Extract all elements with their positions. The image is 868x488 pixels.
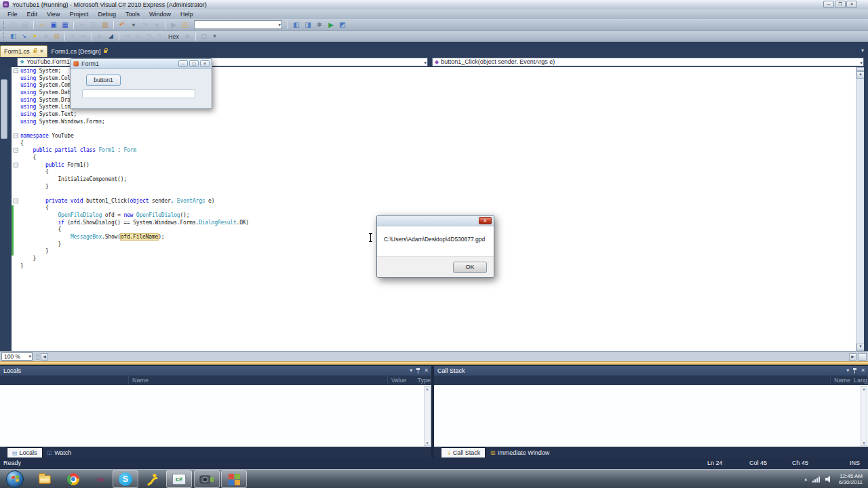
cut-icon[interactable]: ✂: [77, 20, 87, 30]
chevron-down-icon[interactable]: ▾: [278, 21, 281, 28]
pin-icon[interactable]: [852, 368, 857, 373]
locals-scrollbar[interactable]: ▲▼: [424, 386, 431, 446]
menu-item[interactable]: Tools: [121, 9, 144, 19]
find-in-files-icon[interactable]: ◰: [180, 20, 191, 30]
member-list-icon[interactable]: A: [41, 32, 51, 41]
chevron-down-icon[interactable]: ▾: [424, 59, 427, 66]
extension-manager-icon[interactable]: ◩: [337, 20, 348, 30]
minimize-button[interactable]: ─: [823, 1, 834, 8]
messagebox-dialog[interactable]: ✕ C:\Users\Adam\Desktop\4D530877.gpd OK: [376, 215, 494, 278]
scrollbar-thumb[interactable]: [1, 79, 7, 139]
show-next-statement-icon[interactable]: ⇒: [122, 32, 132, 41]
go-to-definition-icon[interactable]: ↘: [19, 32, 29, 41]
form-close-button[interactable]: ✕: [200, 60, 210, 67]
window-select-icon[interactable]: ▢: [199, 32, 209, 41]
callstack-panel-titlebar[interactable]: Call Stack ▾ ✕: [434, 366, 868, 375]
code-line[interactable]: if (ofd.ShowDialog() == System.Windows.F…: [20, 220, 249, 227]
locals-body[interactable]: [0, 385, 431, 447]
code-line[interactable]: {: [20, 205, 249, 212]
new-window-icon[interactable]: ▢: [8, 20, 19, 30]
editor-horizontal-scrollbar[interactable]: 100 % ▾ ◀ ▶: [0, 351, 868, 361]
redo-dropdown-icon[interactable]: ▾: [151, 20, 162, 30]
toolbar-grip[interactable]: [3, 33, 6, 41]
code-line[interactable]: public partial class Form1 : Form: [20, 147, 249, 155]
toolbar-search-combobox[interactable]: ▾: [194, 20, 282, 29]
code-line[interactable]: {: [20, 140, 249, 148]
panel-splitter[interactable]: [0, 361, 868, 365]
code-line[interactable]: {: [20, 226, 249, 234]
window-select-dropdown-icon[interactable]: ▾: [210, 32, 220, 41]
start-debugging-icon[interactable]: ▶: [168, 20, 179, 30]
taskbar-skype-button[interactable]: S: [113, 470, 138, 488]
code-line[interactable]: }: [20, 248, 249, 256]
fold-collapse-icon[interactable]: −: [14, 163, 18, 167]
step-over-icon[interactable]: ↷: [144, 32, 154, 41]
save-all-icon[interactable]: ▦: [60, 20, 71, 30]
taskbar-squares-app-button[interactable]: [221, 470, 247, 488]
panel-tab[interactable]: ↴ Call Stack: [441, 447, 486, 458]
locals-panel-titlebar[interactable]: Locals ▾ ✕: [0, 366, 431, 375]
bookmark-window-icon[interactable]: ◧: [8, 32, 18, 41]
run-to-cursor-icon[interactable]: ▶: [95, 32, 105, 41]
taskbar-camera-app-button[interactable]: [194, 470, 220, 488]
code-line[interactable]: {: [20, 169, 249, 176]
document-tab[interactable]: Form1.cs ✕: [0, 45, 47, 57]
scroll-right-icon[interactable]: ▶: [849, 353, 856, 361]
menu-item[interactable]: File: [3, 9, 22, 19]
code-editor[interactable]: −−−−− using System;using System.Collecti…: [0, 67, 868, 351]
taskbar-aim-button[interactable]: [140, 470, 165, 488]
code-line[interactable]: }: [20, 263, 249, 270]
panel-tab[interactable]: ▤ Locals: [7, 447, 43, 458]
panel-close-icon[interactable]: ✕: [424, 366, 429, 375]
toolbox-icon[interactable]: ✱: [314, 20, 325, 30]
undo-dropdown-icon[interactable]: ▾: [128, 20, 139, 30]
panel-menu-dropdown-icon[interactable]: ▾: [410, 366, 412, 375]
code-line[interactable]: InitializeComponent();: [20, 176, 249, 184]
copy-icon[interactable]: ◫: [88, 20, 99, 30]
taskbar-chrome-button[interactable]: [60, 470, 86, 488]
form-minimize-button[interactable]: ─: [178, 60, 188, 67]
breakpoint-fill-icon[interactable]: ◢: [106, 32, 116, 41]
code-line[interactable]: [20, 190, 249, 198]
pin-icon[interactable]: [416, 368, 420, 373]
menu-item[interactable]: Help: [176, 9, 198, 19]
fold-collapse-icon[interactable]: −: [14, 68, 18, 73]
start-page-icon[interactable]: ▶: [326, 20, 336, 30]
form1-titlebar[interactable]: Form1 ─▢✕: [71, 59, 212, 69]
menu-item[interactable]: Project: [64, 9, 93, 19]
open-file-icon[interactable]: ▱: [37, 20, 47, 30]
step-out-icon[interactable]: ↰: [155, 32, 165, 41]
hscroll-split-handle[interactable]: [37, 354, 39, 360]
column-header[interactable]: Name: [831, 375, 850, 385]
comment-icon[interactable]: ▤: [52, 32, 62, 41]
column-header[interactable]: Name: [129, 375, 388, 385]
menu-item[interactable]: Debug: [93, 9, 121, 19]
code-line[interactable]: OpenFileDialog ofd = new OpenFileDialog(…: [20, 212, 249, 220]
panel-close-icon[interactable]: ✕: [861, 366, 865, 375]
save-icon[interactable]: ▣: [48, 20, 59, 30]
paste-icon[interactable]: ▥: [100, 20, 111, 30]
panel-tab[interactable]: ▥ Immediate Window: [486, 447, 554, 458]
chevron-down-icon[interactable]: ▾: [28, 353, 31, 360]
volume-icon[interactable]: [825, 476, 833, 483]
code-line[interactable]: {: [20, 155, 249, 162]
messagebox-close-button[interactable]: ✕: [479, 217, 492, 224]
solution-explorer-icon[interactable]: ◧: [291, 20, 302, 30]
callstack-scrollbar[interactable]: ▲▼: [861, 386, 867, 446]
panel-menu-dropdown-icon[interactable]: ▾: [846, 366, 849, 375]
callstack-column-headers[interactable]: NameLang: [434, 375, 868, 385]
members-combobox[interactable]: ◆ button1_Click(object sender, EventArgs…: [432, 58, 864, 66]
menu-item[interactable]: Window: [144, 9, 176, 19]
button1[interactable]: button1: [86, 75, 121, 86]
taskbar-explorer-button[interactable]: [32, 470, 58, 488]
restore-button[interactable]: ❐: [835, 1, 846, 8]
watch-pointer-icon[interactable]: ◉: [182, 32, 193, 41]
redo-icon[interactable]: ↷: [140, 20, 151, 30]
code-line[interactable]: namespace YouTube: [20, 133, 249, 140]
word-wrap-icon[interactable]: ↩: [79, 32, 89, 41]
column-scroll-up-icon[interactable]: ▲: [861, 377, 867, 384]
code-line[interactable]: }: [20, 241, 249, 249]
scroll-left-icon[interactable]: ◀: [41, 353, 48, 361]
menu-item[interactable]: View: [42, 9, 64, 19]
panel-tab[interactable]: ◫ Watch: [43, 447, 77, 458]
